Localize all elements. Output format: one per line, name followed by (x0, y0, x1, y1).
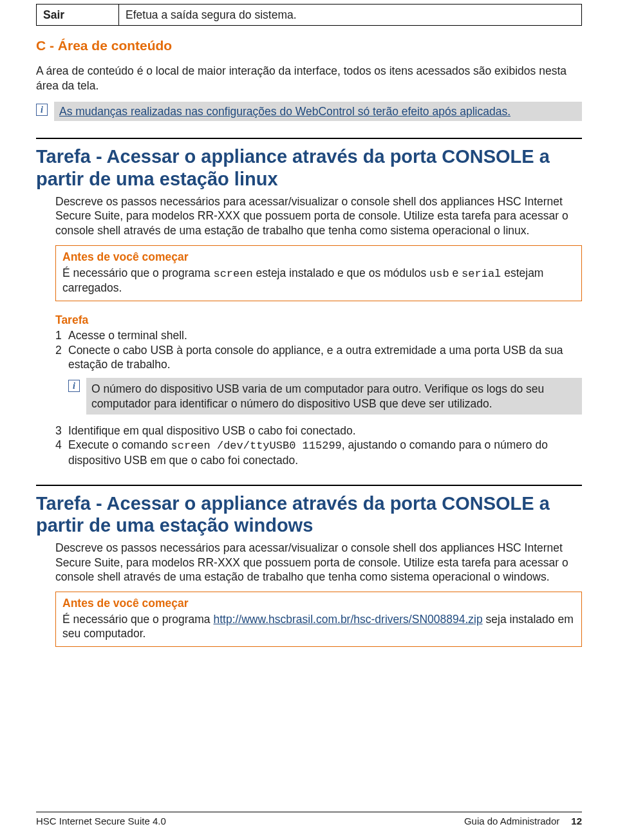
table-sair-key: Sair (37, 5, 119, 26)
step-2: Conecte o cabo USB à porta console do ap… (68, 343, 582, 372)
task-linux-title: Tarefa - Acessar o appliance através da … (36, 145, 582, 191)
info-row-usb: O número do dispositivo USB varia de um … (68, 378, 582, 415)
info-banner-usb: O número do dispositivo USB varia de um … (86, 378, 582, 415)
footer-page-number: 12 (571, 815, 582, 827)
task-windows-before-box: Antes de você começar É necessário que o… (55, 592, 582, 646)
divider-1 (36, 138, 582, 139)
task-linux-steps-2: 3Identifique em qual dispositivo USB o c… (55, 424, 582, 468)
step-4: Execute o comando screen /dev/ttyUSB0 11… (68, 438, 582, 467)
info-icon (36, 104, 48, 116)
task-linux-steps: 1Acesse o terminal shell. 2Conecte o cab… (55, 328, 582, 371)
table-sair: Sair Efetua a saída segura do sistema. (36, 4, 582, 26)
footer-left: HSC Internet Secure Suite 4.0 (36, 815, 166, 827)
code-screen-cmd: screen /dev/ttyUSB0 115299 (171, 440, 342, 452)
code-screen: screen (213, 268, 252, 280)
task-linux-before-box: Antes de você começar É necessário que o… (55, 245, 582, 301)
table-sair-desc: Efetua a saída segura do sistema. (119, 5, 582, 26)
task-linux-body: Descreve os passos necessários para aces… (36, 194, 582, 468)
section-c-paragraph: A área de conteúdo é o local de maior in… (36, 64, 582, 93)
task-windows-title: Tarefa - Acessar o appliance através da … (36, 492, 582, 537)
step-1: Acesse o terminal shell. (68, 328, 582, 342)
code-serial: serial (462, 268, 501, 280)
before-title-linux: Antes de você começar (62, 250, 575, 264)
task-linux-desc: Descreve os passos necessários para aces… (55, 194, 582, 238)
before-title-windows: Antes de você começar (62, 596, 575, 610)
driver-link[interactable]: http://www.hscbrasil.com.br/hsc-drivers/… (213, 613, 482, 626)
code-usb: usb (429, 268, 449, 280)
page-content: Sair Efetua a saída segura do sistema. C… (0, 0, 618, 647)
before-text-windows: É necessário que o programa http://www.h… (62, 612, 575, 641)
info-icon (68, 380, 80, 392)
info-banner-webcontrol: As mudanças realizadas nas configurações… (54, 102, 582, 121)
footer-right: Guia do Administrador (464, 815, 559, 827)
step-3: Identifique em qual dispositivo USB o ca… (68, 424, 582, 438)
info-row-webcontrol: As mudanças realizadas nas configurações… (36, 102, 582, 121)
task-windows-desc: Descreve os passos necessários para aces… (55, 541, 582, 584)
divider-2 (36, 485, 582, 486)
before-text-linux: É necessário que o programa screen estej… (62, 266, 575, 295)
task-windows-body: Descreve os passos necessários para aces… (36, 541, 582, 646)
section-c-title: C - Área de conteúdo (36, 37, 582, 55)
page-footer: HSC Internet Secure Suite 4.0 Guia do Ad… (36, 812, 582, 827)
tarefa-label-linux: Tarefa (55, 313, 582, 327)
